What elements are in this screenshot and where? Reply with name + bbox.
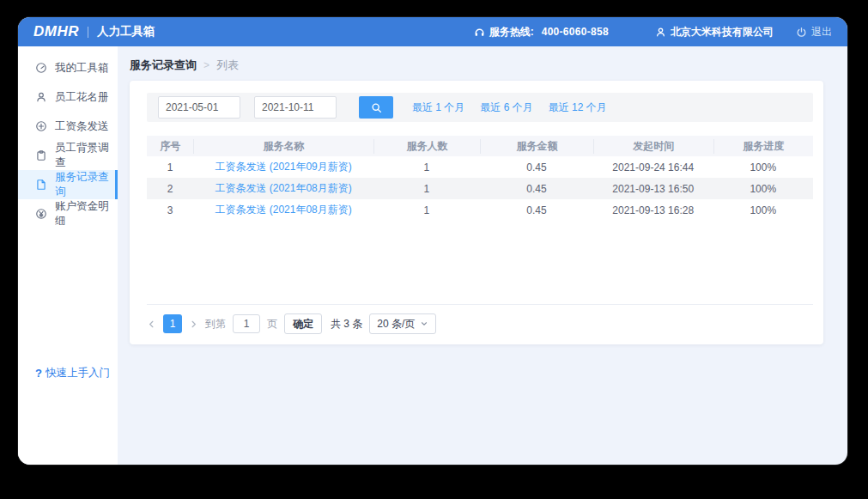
table-cell: 2 <box>147 183 193 195</box>
hotline-number: 400-6060-858 <box>542 26 609 38</box>
clipboard-icon <box>35 149 47 161</box>
company-account[interactable]: 北京大米科技有限公司 <box>655 25 774 40</box>
document-icon <box>35 179 47 191</box>
confirm-page-button[interactable]: 确定 <box>284 313 322 334</box>
breadcrumb-root[interactable]: 服务记录查询 <box>130 58 197 73</box>
money-circle-icon <box>35 208 47 220</box>
table-column-header: 服务人数 <box>373 139 480 154</box>
table-column-header: 服务进度 <box>713 139 813 154</box>
person-icon <box>35 91 47 103</box>
table-column-header: 发起时间 <box>593 139 713 154</box>
quick-range-link[interactable]: 最近 1 个月 <box>412 100 464 115</box>
goto-label: 到第 <box>205 317 226 332</box>
sidebar-item[interactable]: 工资条发送 <box>18 112 118 141</box>
table-column-header: 序号 <box>147 139 193 154</box>
table-cell: 100% <box>713 161 813 173</box>
company-name: 北京大米科技有限公司 <box>671 25 774 40</box>
end-date-input[interactable] <box>254 96 337 119</box>
quick-range-links: 最近 1 个月最近 6 个月最近 12 个月 <box>412 100 607 115</box>
breadcrumb-separator: > <box>203 59 209 71</box>
goto-page-input[interactable] <box>233 314 260 333</box>
topbar-right: 服务热线: 400-6060-858 北京大米科技有限公司 退出 <box>474 25 832 40</box>
sidebar-item-label: 我的工具箱 <box>55 61 109 76</box>
send-circle-icon <box>35 120 47 132</box>
logout-label: 退出 <box>811 25 832 40</box>
app-body: 我的工具箱员工花名册工资条发送员工背景调查服务记录查询账户资金明细 ? 快速上手… <box>18 46 847 465</box>
table-cell: 0.45 <box>480 204 593 216</box>
service-name-link[interactable]: 工资条发送 (2021年08月薪资) <box>215 204 351 216</box>
table-body: 1工资条发送 (2021年09月薪资)10.452021-09-24 16:44… <box>147 156 813 221</box>
table-cell: 0.45 <box>480 161 593 173</box>
sidebar-item-label: 员工背景调查 <box>55 141 118 170</box>
table-cell: 1 <box>147 161 193 173</box>
sidebar-item[interactable]: 员工花名册 <box>18 82 118 112</box>
user-icon <box>655 27 666 38</box>
table-row: 1工资条发送 (2021年09月薪资)10.452021-09-24 16:44… <box>147 156 813 178</box>
gauge-icon <box>35 62 47 74</box>
filter-bar: 最近 1 个月最近 6 个月最近 12 个月 <box>147 93 813 122</box>
breadcrumb: 服务记录查询 > 列表 <box>130 57 823 74</box>
table-cell: 1 <box>373 204 480 216</box>
next-page-button[interactable] <box>189 319 198 329</box>
table-cell: 2021-09-24 16:44 <box>593 161 713 173</box>
quickstart-label: 快速上手入门 <box>46 366 110 380</box>
records-table: 序号服务名称服务人数服务金额发起时间服务进度 1工资条发送 (2021年09月薪… <box>147 136 813 221</box>
quick-range-link[interactable]: 最近 6 个月 <box>480 100 532 115</box>
sidebar-item-label: 服务记录查询 <box>55 170 115 199</box>
page-size-value: 20 条/页 <box>377 317 415 332</box>
table-cell: 2021-09-13 16:28 <box>593 204 713 216</box>
quickstart-link[interactable]: ? 快速上手入门 <box>35 366 110 380</box>
start-date-input[interactable] <box>158 96 240 119</box>
chevron-down-icon <box>420 319 428 328</box>
table-cell: 0.45 <box>480 183 593 195</box>
table-cell: 100% <box>713 183 813 195</box>
prev-page-button[interactable] <box>147 319 156 329</box>
table-header-row: 序号服务名称服务人数服务金额发起时间服务进度 <box>147 136 813 156</box>
page-unit-label: 页 <box>267 317 277 332</box>
table-cell: 100% <box>713 204 813 216</box>
sidebar-item[interactable]: 服务记录查询 <box>18 170 118 199</box>
service-name-cell: 工资条发送 (2021年09月薪资) <box>193 160 373 174</box>
sidebar-item[interactable]: 我的工具箱 <box>18 53 118 82</box>
power-icon <box>796 27 807 38</box>
pagination: 1 到第 页 确定 共 3 条 20 条/页 <box>147 304 813 334</box>
headset-icon <box>474 27 485 38</box>
hotline-label: 服务热线: <box>489 25 534 40</box>
app-title: 人力工具箱 <box>97 24 155 40</box>
sidebar-item[interactable]: 员工背景调查 <box>18 141 118 170</box>
service-hotline: 服务热线: 400-6060-858 <box>474 25 609 40</box>
table-row: 3工资条发送 (2021年08月薪资)10.452021-09-13 16:28… <box>147 199 813 221</box>
brand-logo: DMHR <box>33 23 79 40</box>
app-window: DMHR 人力工具箱 服务热线: 400-6060-858 北京大米科技有限公司 <box>18 17 847 465</box>
main-content: 服务记录查询 > 列表 最近 1 个月最近 6 个月最近 12 个月 序号服务名… <box>118 46 847 465</box>
service-name-link[interactable]: 工资条发送 (2021年09月薪资) <box>215 161 351 173</box>
total-count-label: 共 3 条 <box>331 317 362 332</box>
sidebar-menu: 我的工具箱员工花名册工资条发送员工背景调查服务记录查询账户资金明细 <box>18 53 118 228</box>
breadcrumb-page: 列表 <box>216 58 239 73</box>
top-header-bar: DMHR 人力工具箱 服务热线: 400-6060-858 北京大米科技有限公司 <box>18 17 847 46</box>
quick-range-link[interactable]: 最近 12 个月 <box>549 100 607 115</box>
service-name-cell: 工资条发送 (2021年08月薪资) <box>193 203 373 217</box>
sidebar-item-label: 员工花名册 <box>55 90 109 105</box>
content-card: 最近 1 个月最近 6 个月最近 12 个月 序号服务名称服务人数服务金额发起时… <box>130 81 823 344</box>
sidebar-item[interactable]: 账户资金明细 <box>18 199 118 228</box>
page-size-select[interactable]: 20 条/页 <box>369 313 436 334</box>
table-cell: 1 <box>373 161 480 173</box>
service-name-link[interactable]: 工资条发送 (2021年08月薪资) <box>215 182 351 194</box>
brand-divider <box>88 27 88 38</box>
table-cell: 2021-09-13 16:50 <box>593 183 713 195</box>
service-name-cell: 工资条发送 (2021年08月薪资) <box>193 181 373 196</box>
table-cell: 1 <box>373 183 480 195</box>
search-button[interactable] <box>359 96 393 119</box>
logout-button[interactable]: 退出 <box>796 25 832 40</box>
brand: DMHR 人力工具箱 <box>33 23 155 40</box>
table-column-header: 服务名称 <box>193 139 373 154</box>
table-column-header: 服务金额 <box>480 139 593 154</box>
sidebar-item-label: 账户资金明细 <box>55 199 118 228</box>
sidebar: 我的工具箱员工花名册工资条发送员工背景调查服务记录查询账户资金明细 ? 快速上手… <box>18 46 118 465</box>
table-row: 2工资条发送 (2021年08月薪资)10.452021-09-13 16:50… <box>147 178 813 199</box>
sidebar-item-label: 工资条发送 <box>55 119 109 134</box>
question-mark-icon: ? <box>35 367 42 380</box>
current-page-button[interactable]: 1 <box>163 314 182 333</box>
table-cell: 3 <box>147 204 193 216</box>
